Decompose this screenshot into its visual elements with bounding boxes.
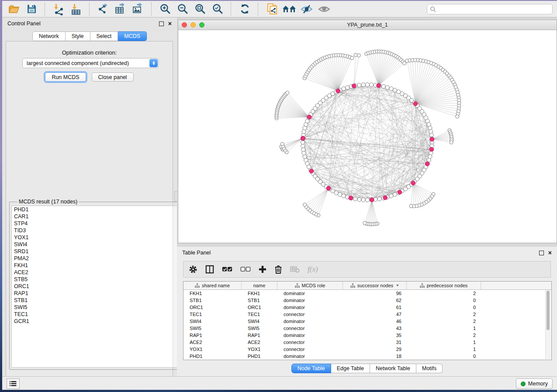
mcds-result-item[interactable]: YOX1 xyxy=(12,234,179,241)
table-cell[interactable]: 2 xyxy=(407,319,481,324)
first-neighbors-button[interactable] xyxy=(282,3,297,16)
network-node[interactable] xyxy=(301,148,305,151)
mcds-result-item[interactable]: PHD1 xyxy=(12,206,179,213)
table-cell[interactable]: TEC1 xyxy=(183,312,242,317)
refresh-layout-button[interactable] xyxy=(237,3,252,16)
network-leaf-node[interactable] xyxy=(280,142,284,146)
mcds-result-item[interactable]: RAP1 xyxy=(12,290,179,297)
mcds-hub-node[interactable] xyxy=(352,84,356,88)
network-node[interactable] xyxy=(393,193,397,196)
table-cell[interactable]: SWI4 xyxy=(242,319,277,324)
table-cell[interactable]: 61 xyxy=(343,305,407,310)
table-cell[interactable]: ORC1 xyxy=(242,305,277,310)
network-node[interactable] xyxy=(370,83,374,87)
mcds-result-item[interactable]: SWI4 xyxy=(12,241,179,248)
table-cell[interactable]: PHD1 xyxy=(242,354,277,359)
network-leaf-node[interactable] xyxy=(409,204,413,208)
table-row[interactable]: SWI5SWI5connector431 xyxy=(183,325,551,332)
add-column-button[interactable] xyxy=(259,265,266,273)
network-graph-canvas[interactable] xyxy=(178,30,557,243)
mcds-result-item[interactable]: SRD1 xyxy=(12,248,179,255)
table-cell[interactable]: dominator xyxy=(277,333,343,338)
mcds-result-item[interactable]: SWI5 xyxy=(12,304,179,311)
zoom-out-button[interactable] xyxy=(175,3,190,16)
hide-selected-button[interactable] xyxy=(299,3,314,16)
table-row[interactable]: SWI4SWI4dominator462 xyxy=(183,318,551,325)
show-panel-list-button[interactable] xyxy=(7,378,20,389)
zoom-fit-button[interactable] xyxy=(193,3,208,16)
table-cell[interactable]: 43 xyxy=(343,326,407,331)
clone-network-button[interactable] xyxy=(264,3,279,16)
import-table-button[interactable] xyxy=(69,3,83,16)
table-cell[interactable]: 46 xyxy=(343,319,407,324)
export-network-button[interactable] xyxy=(96,3,111,16)
tab-motifs[interactable]: Motifs xyxy=(416,364,443,373)
network-node[interactable] xyxy=(302,151,306,155)
mcds-hub-node[interactable] xyxy=(398,190,402,195)
table-cell[interactable]: SWI5 xyxy=(242,326,277,331)
tab-mcds[interactable]: MCDS xyxy=(118,31,147,41)
float-panel-icon[interactable] xyxy=(159,21,164,26)
table-cell[interactable]: 96 xyxy=(343,291,407,296)
table-cell[interactable]: dominator xyxy=(277,298,343,303)
close-panel-icon[interactable]: × xyxy=(548,251,552,255)
table-row[interactable]: PHD1PHD1dominator180 xyxy=(183,353,551,360)
table-row[interactable]: ORC1ORC1dominator610 xyxy=(183,304,551,311)
mcds-result-item[interactable]: ORC1 xyxy=(12,283,179,290)
table-cell[interactable]: 1 xyxy=(407,340,481,345)
close-panel-button[interactable]: Close panel xyxy=(92,72,134,82)
mcds-hub-node[interactable] xyxy=(349,196,353,200)
table-cell[interactable]: 0 xyxy=(407,298,481,303)
network-window-titlebar[interactable]: YPA_prune.txt_1 xyxy=(178,20,557,30)
tab-edge-table[interactable]: Edge Table xyxy=(331,364,370,373)
table-cell[interactable]: dominator xyxy=(277,319,343,324)
mcds-hub-node[interactable] xyxy=(429,147,434,151)
table-cell[interactable]: 47 xyxy=(343,312,407,317)
table-cell[interactable]: YOX1 xyxy=(183,347,242,352)
mcds-hub-node[interactable] xyxy=(307,115,311,119)
import-network-button[interactable] xyxy=(51,3,66,16)
tab-style[interactable]: Style xyxy=(66,31,90,41)
show-column-panel-button[interactable] xyxy=(205,265,214,274)
table-row[interactable]: TEC1TEC1connector472 xyxy=(183,311,551,318)
table-cell[interactable]: connector xyxy=(277,340,343,345)
network-node[interactable] xyxy=(377,197,381,201)
table-cell[interactable]: 29 xyxy=(343,347,407,352)
function-builder-button[interactable]: f(x) xyxy=(308,265,318,274)
memory-button[interactable]: Memory xyxy=(516,378,553,389)
column-header-shared-name[interactable]: shared name xyxy=(183,282,242,289)
table-cell[interactable]: 18 xyxy=(343,354,407,359)
mcds-result-item[interactable]: TID3 xyxy=(12,227,179,234)
table-row[interactable]: RAP1RAP1dominator352 xyxy=(183,332,551,339)
network-node[interactable] xyxy=(381,85,385,89)
table-cell[interactable]: FKH1 xyxy=(242,291,277,296)
table-cell[interactable]: connector xyxy=(277,326,343,331)
network-leaf-node[interactable] xyxy=(456,115,459,118)
mcds-result-item[interactable]: TEC1 xyxy=(12,311,179,318)
mcds-hub-node[interactable] xyxy=(309,169,314,173)
table-row[interactable]: FKH1FKH1dominator962 xyxy=(183,290,551,297)
table-cell[interactable]: 35 xyxy=(343,333,407,338)
export-image-button[interactable] xyxy=(131,3,145,16)
mcds-hub-node[interactable] xyxy=(336,89,340,93)
show-all-button[interactable] xyxy=(317,3,332,16)
network-node[interactable] xyxy=(429,130,433,134)
network-node[interactable] xyxy=(429,133,433,137)
table-cell[interactable]: PHD1 xyxy=(183,354,242,359)
table-row[interactable]: STB1STB1dominator620 xyxy=(183,297,551,304)
delete-column-button[interactable] xyxy=(274,265,282,274)
export-table-button[interactable] xyxy=(113,3,128,16)
table-cell[interactable]: STB1 xyxy=(242,298,277,303)
network-node[interactable] xyxy=(385,86,389,89)
table-cell[interactable]: SWI5 xyxy=(183,326,242,331)
mcds-result-item[interactable]: GCR1 xyxy=(12,318,179,325)
network-leaf-node[interactable] xyxy=(350,56,354,60)
table-cell[interactable]: 1 xyxy=(407,326,481,331)
mcds-hub-node[interactable] xyxy=(370,198,374,202)
mcds-hub-node[interactable] xyxy=(413,102,418,106)
network-node[interactable] xyxy=(342,87,346,91)
tab-node-table[interactable]: Node Table xyxy=(291,364,331,373)
network-leaf-node[interactable] xyxy=(450,141,453,144)
run-mcds-button[interactable]: Run MCDS xyxy=(45,72,86,82)
network-node[interactable] xyxy=(361,83,365,87)
